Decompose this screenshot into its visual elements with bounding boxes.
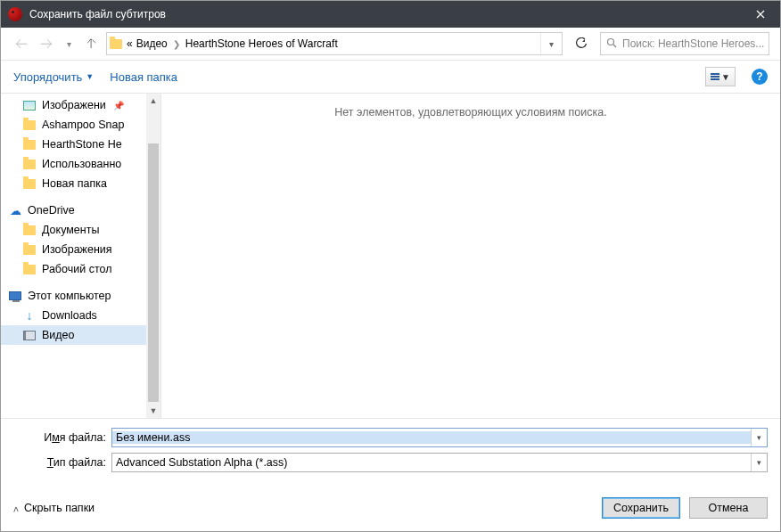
downloads-icon: ↓ (22, 308, 37, 323)
folder-icon (22, 262, 37, 276)
filetype-field: Тип файла: Advanced Substation Alpha (*.… (13, 453, 768, 472)
search-input[interactable]: Поиск: HearthStone Heroes... (600, 32, 769, 55)
folder-icon (22, 242, 37, 257)
refresh-button[interactable] (568, 32, 595, 55)
tree-item-documents[interactable]: Документы (1, 220, 160, 240)
tree-scrollbar[interactable]: ▲ ▼ (146, 94, 160, 418)
nav-forward-button: 🡢 (37, 34, 56, 53)
address-bar: 🡠 🡢 ▾ 🡡 « Видео ❯ HearthStone Heroes of … (1, 28, 780, 60)
tree-item-downloads[interactable]: ↓ Downloads (1, 306, 160, 325)
filetype-select[interactable]: Advanced Substation Alpha (*.ass) ▾ (111, 453, 768, 472)
filename-input[interactable]: Без имени.ass ▾ (111, 428, 768, 447)
folder-icon (22, 223, 37, 237)
nav-back-button[interactable]: 🡠 (12, 34, 31, 53)
search-placeholder: Поиск: HearthStone Heroes... (622, 37, 764, 50)
scroll-down-icon[interactable]: ▼ (146, 404, 160, 418)
tree-item-images-pinned[interactable]: Изображени 📌 (1, 95, 160, 115)
help-button[interactable]: ? (752, 69, 768, 85)
filename-value[interactable]: Без имени.ass (112, 431, 751, 444)
computer-icon (8, 289, 22, 303)
svg-line-1 (613, 45, 616, 47)
tree-item-video[interactable]: Видео (1, 325, 160, 345)
scroll-thumb[interactable] (148, 143, 159, 402)
refresh-icon (575, 37, 588, 50)
filetype-value: Advanced Substation Alpha (*.ass) (112, 456, 751, 469)
app-icon (8, 7, 22, 21)
close-icon (756, 10, 765, 19)
organize-menu[interactable]: Упорядочить ▼ (13, 70, 94, 84)
save-button[interactable]: Сохранить (602, 497, 680, 519)
breadcrumb-seg-video[interactable]: Видео (135, 37, 169, 50)
chevron-right-icon[interactable]: ❯ (169, 39, 184, 49)
file-list-area: Нет элементов, удовлетворяющих условиям … (161, 94, 780, 418)
folder-icon (22, 157, 37, 171)
filetype-label: Тип файла: (13, 456, 111, 469)
tree-item-images2[interactable]: Изображения (1, 240, 160, 259)
filetype-dropdown[interactable]: ▾ (751, 454, 767, 471)
folder-icon (22, 137, 37, 151)
folder-icon (22, 176, 37, 191)
hide-folders-button[interactable]: ʌ Скрыть папки (13, 502, 95, 514)
breadcrumb-dropdown[interactable]: ▾ (540, 33, 562, 54)
list-view-icon (711, 73, 719, 80)
nav-history-dropdown[interactable]: ▾ (62, 39, 76, 49)
filename-label: Имя файла: (13, 431, 111, 444)
scroll-up-icon[interactable]: ▲ (146, 94, 160, 108)
save-dialog-window: Сохранить файл субтитров 🡠 🡢 ▾ 🡡 « Видео… (0, 0, 781, 532)
filename-dropdown[interactable]: ▾ (751, 429, 767, 446)
empty-message: Нет элементов, удовлетворяющих условиям … (334, 106, 606, 418)
toolbar: Упорядочить ▼ Новая папка ▼ ? (1, 60, 780, 94)
chevron-down-icon: ▼ (721, 72, 730, 82)
nav-up-button[interactable]: 🡡 (81, 34, 101, 53)
chevron-up-icon: ʌ (13, 503, 19, 513)
title-bar: Сохранить файл субтитров (1, 1, 780, 28)
tree-item-ashampoo[interactable]: Ashampoo Snap (1, 115, 160, 135)
new-folder-button[interactable]: Новая папка (110, 70, 177, 84)
folder-icon (22, 118, 37, 132)
dialog-body: Изображени 📌 Ashampoo Snap HearthStone H… (1, 94, 780, 418)
breadcrumb-prefix: « (125, 37, 135, 50)
pin-icon: 📌 (113, 101, 124, 110)
folder-icon (107, 33, 125, 54)
cancel-button[interactable]: Отмена (689, 497, 768, 519)
window-title: Сохранить файл субтитров (29, 8, 740, 20)
onedrive-icon: ☁ (8, 203, 22, 217)
filename-field: Имя файла: Без имени.ass ▾ (13, 428, 768, 447)
chevron-down-icon: ▼ (86, 72, 94, 81)
navigation-tree[interactable]: Изображени 📌 Ashampoo Snap HearthStone H… (1, 94, 161, 418)
tree-item-used[interactable]: Использованно (1, 154, 160, 174)
breadcrumb-seg-hearthstone[interactable]: HearthStone Heroes of Warcraft (184, 37, 340, 50)
pictures-icon (22, 98, 37, 112)
filename-section: Имя файла: Без имени.ass ▾ Тип файла: Ad… (1, 418, 780, 488)
close-button[interactable] (740, 1, 780, 28)
tree-item-new-folder[interactable]: Новая папка (1, 174, 160, 193)
dialog-footer: ʌ Скрыть папки Сохранить Отмена (1, 488, 780, 531)
video-folder-icon (22, 328, 37, 342)
view-options-button[interactable]: ▼ (705, 67, 736, 86)
tree-item-onedrive[interactable]: ☁ OneDrive (1, 201, 160, 220)
breadcrumb-bar[interactable]: « Видео ❯ HearthStone Heroes of Warcraft… (106, 32, 563, 55)
tree-item-desktop[interactable]: Рабочий стол (1, 259, 160, 279)
svg-point-0 (608, 38, 614, 45)
tree-item-this-pc[interactable]: Этот компьютер (1, 286, 160, 306)
tree-item-hearthstone[interactable]: HearthStone He (1, 135, 160, 154)
search-icon (606, 37, 617, 51)
